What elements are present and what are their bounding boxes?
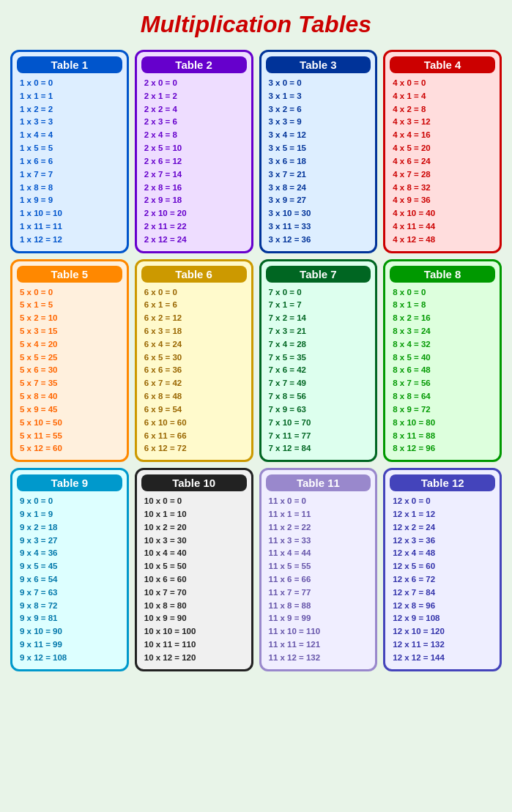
table-row: 10 x 1 = 10 [144,508,247,521]
table-row: 9 x 8 = 72 [20,600,122,613]
table-row: 7 x 1 = 7 [269,299,371,312]
table-row: 7 x 9 = 63 [269,403,371,417]
table-card-12: Table 1212 x 0 = 012 x 1 = 1212 x 2 = 24… [383,468,502,671]
table-row: 11 x 8 = 88 [269,600,371,613]
table-row: 10 x 8 = 80 [144,600,247,613]
table-row: 8 x 7 = 56 [393,377,495,390]
table-row: 2 x 11 = 22 [144,220,247,234]
table-row: 11 x 11 = 121 [269,638,371,652]
table-card-5: Table 55 x 0 = 05 x 1 = 55 x 2 = 105 x 3… [10,259,129,463]
table-row: 1 x 10 = 10 [20,207,122,220]
table-row: 12 x 1 = 12 [393,508,495,521]
table-row: 4 x 3 = 12 [393,116,495,129]
table-row: 6 x 3 = 18 [144,325,247,338]
tables-grid: Table 11 x 0 = 01 x 1 = 11 x 2 = 21 x 3 … [7,47,505,674]
table-row: 12 x 0 = 0 [393,495,495,508]
table-row: 9 x 9 = 81 [20,612,122,625]
table-row: 8 x 5 = 40 [393,351,495,365]
table-row: 12 x 6 = 72 [393,573,495,586]
table-row: 12 x 8 = 96 [393,600,495,613]
table-body-2: 2 x 0 = 02 x 1 = 22 x 2 = 42 x 3 = 62 x … [141,77,247,247]
table-row: 4 x 9 = 36 [393,194,495,207]
table-row: 3 x 7 = 21 [269,168,371,182]
table-body-4: 4 x 0 = 04 x 1 = 44 x 2 = 84 x 3 = 124 x… [390,77,495,247]
table-row: 7 x 4 = 28 [269,338,371,351]
table-row: 6 x 0 = 0 [144,286,247,299]
table-row: 3 x 0 = 0 [269,77,371,90]
table-row: 3 x 9 = 27 [269,194,371,207]
table-row: 4 x 4 = 16 [393,129,495,142]
table-row: 6 x 2 = 12 [144,312,247,325]
table-row: 1 x 9 = 9 [20,194,122,207]
table-row: 2 x 6 = 12 [144,155,247,168]
table-row: 4 x 7 = 28 [393,168,495,182]
table-row: 6 x 10 = 60 [144,417,247,430]
table-row: 4 x 0 = 0 [393,77,495,90]
table-card-4: Table 44 x 0 = 04 x 1 = 44 x 2 = 84 x 3 … [383,50,502,253]
table-row: 6 x 4 = 24 [144,338,247,351]
table-row: 9 x 2 = 18 [20,521,122,534]
table-row: 2 x 3 = 6 [144,116,247,129]
table-row: 1 x 1 = 1 [20,90,122,103]
table-row: 5 x 2 = 10 [20,312,122,325]
table-row: 6 x 11 = 66 [144,430,247,443]
table-row: 2 x 4 = 8 [144,129,247,142]
table-row: 5 x 3 = 15 [20,325,122,338]
table-row: 10 x 12 = 120 [144,652,247,665]
table-row: 1 x 8 = 8 [20,182,122,195]
table-header-12: Table 12 [390,474,495,491]
table-row: 11 x 6 = 66 [269,573,371,586]
table-row: 4 x 5 = 20 [393,142,495,155]
table-row: 10 x 10 = 100 [144,625,247,638]
table-row: 10 x 5 = 50 [144,560,247,573]
table-row: 5 x 10 = 50 [20,417,122,430]
table-row: 8 x 9 = 72 [393,403,495,417]
table-row: 10 x 4 = 40 [144,547,247,560]
table-card-9: Table 99 x 0 = 09 x 1 = 99 x 2 = 189 x 3… [10,468,129,671]
table-row: 12 x 11 = 132 [393,638,495,652]
table-row: 6 x 5 = 30 [144,351,247,365]
table-row: 2 x 0 = 0 [144,77,247,90]
table-body-11: 11 x 0 = 011 x 1 = 1111 x 2 = 2211 x 3 =… [266,495,371,665]
table-row: 7 x 2 = 14 [269,312,371,325]
table-row: 4 x 12 = 48 [393,234,495,247]
table-row: 3 x 6 = 18 [269,155,371,168]
table-row: 5 x 12 = 60 [20,442,122,455]
table-row: 9 x 6 = 54 [20,573,122,586]
table-row: 1 x 12 = 12 [20,234,122,247]
table-row: 11 x 0 = 0 [269,495,371,508]
table-row: 10 x 2 = 20 [144,521,247,534]
table-row: 1 x 5 = 5 [20,142,122,155]
table-row: 11 x 9 = 99 [269,612,371,625]
table-row: 9 x 7 = 63 [20,586,122,600]
table-row: 3 x 1 = 3 [269,90,371,103]
table-row: 7 x 0 = 0 [269,286,371,299]
table-row: 1 x 3 = 3 [20,116,122,129]
table-row: 7 x 5 = 35 [269,351,371,365]
table-row: 4 x 10 = 40 [393,207,495,220]
table-row: 3 x 11 = 33 [269,220,371,234]
table-row: 3 x 4 = 12 [269,129,371,142]
table-body-5: 5 x 0 = 05 x 1 = 55 x 2 = 105 x 3 = 155 … [17,286,122,456]
table-row: 2 x 9 = 18 [144,194,247,207]
table-row: 11 x 3 = 33 [269,534,371,548]
table-card-1: Table 11 x 0 = 01 x 1 = 11 x 2 = 21 x 3 … [10,50,129,253]
table-row: 1 x 2 = 2 [20,103,122,116]
table-row: 4 x 1 = 4 [393,90,495,103]
table-row: 3 x 12 = 36 [269,234,371,247]
table-row: 12 x 9 = 108 [393,612,495,625]
table-row: 7 x 12 = 84 [269,442,371,455]
table-row: 5 x 4 = 20 [20,338,122,351]
table-body-9: 9 x 0 = 09 x 1 = 99 x 2 = 189 x 3 = 279 … [17,495,122,665]
table-row: 4 x 8 = 32 [393,182,495,195]
table-row: 8 x 11 = 88 [393,430,495,443]
table-row: 8 x 6 = 48 [393,364,495,377]
table-row: 5 x 0 = 0 [20,286,122,299]
table-header-11: Table 11 [266,474,371,491]
table-row: 7 x 8 = 56 [269,390,371,403]
table-row: 9 x 10 = 90 [20,625,122,638]
table-header-2: Table 2 [141,56,247,73]
table-header-10: Table 10 [141,474,247,491]
table-row: 8 x 3 = 24 [393,325,495,338]
table-row: 1 x 11 = 11 [20,220,122,234]
